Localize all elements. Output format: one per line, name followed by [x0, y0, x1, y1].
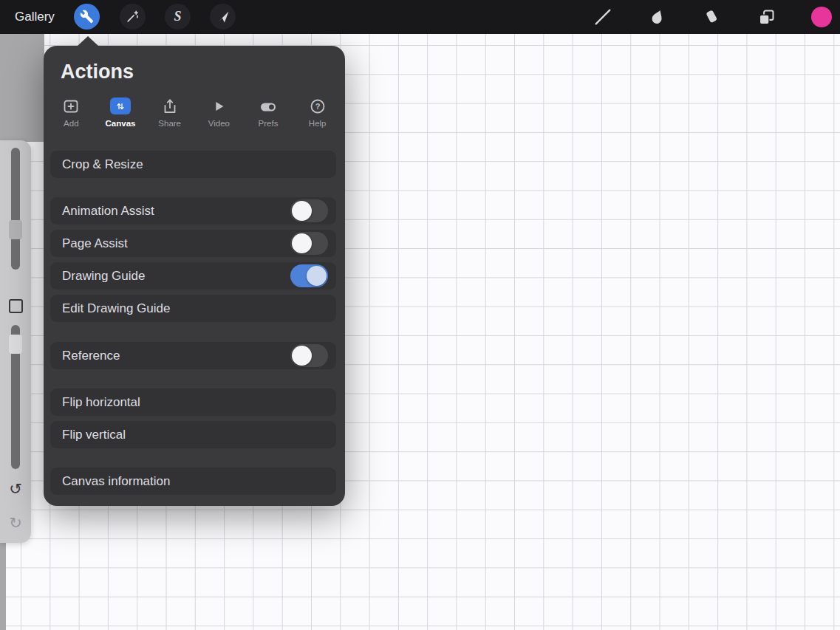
tab-label: Video [208, 119, 230, 128]
eraser-button[interactable] [700, 6, 723, 28]
panel-tabs: Add Canvas [47, 96, 342, 128]
selection-s-icon: S [174, 9, 181, 24]
canvas-outside-area [0, 34, 44, 142]
menu-item-drawing-guide: Drawing Guide [50, 262, 336, 290]
wrench-icon [80, 10, 94, 24]
menu-item-label: Flip vertical [62, 421, 126, 448]
reference-toggle[interactable] [290, 344, 328, 367]
opacity-handle[interactable] [9, 335, 22, 354]
menu-item-flip-horizontal[interactable]: Flip horizontal [50, 388, 336, 416]
toggle-knob [292, 233, 312, 253]
undo-icon[interactable]: ↺ [0, 480, 31, 498]
toggle-knob [292, 346, 312, 366]
panel-title: Actions [61, 61, 134, 83]
canvas-icon-bg [110, 97, 131, 114]
menu-item-reference: Reference [50, 342, 336, 369]
share-icon [161, 96, 179, 116]
top-toolbar: Gallery S [0, 0, 840, 34]
menu-item-page-assist: Page Assist [50, 230, 336, 257]
eraser-icon [702, 7, 721, 27]
smudge-finger-icon [648, 7, 667, 27]
tab-video[interactable]: Video [194, 96, 244, 128]
transform-arrow-icon [216, 10, 230, 24]
tab-help[interactable]: ? Help [293, 96, 342, 128]
drawing-guide-toggle[interactable] [290, 264, 328, 287]
tab-label: Add [64, 119, 78, 128]
modify-button[interactable] [9, 299, 23, 313]
paint-brush-button[interactable] [591, 6, 615, 28]
menu-item-label: Canvas information [62, 468, 170, 495]
svg-text:?: ? [315, 102, 320, 111]
procreate-app: ↺ ↻ Gallery S [0, 0, 840, 630]
add-icon [62, 96, 80, 116]
toggle-knob [292, 201, 312, 221]
tab-share[interactable]: Share [145, 96, 194, 128]
tab-canvas[interactable]: Canvas [96, 96, 146, 128]
menu-item-flip-vertical[interactable]: Flip vertical [50, 421, 336, 448]
play-icon [211, 96, 227, 116]
canvas-icon [110, 96, 131, 116]
tab-label: Prefs [259, 119, 279, 128]
menu-item-label: Page Assist [62, 230, 128, 257]
sidebar-tools: ↺ ↻ [0, 140, 31, 543]
tab-prefs[interactable]: Prefs [244, 96, 293, 128]
actions-panel: Actions Add [44, 46, 345, 506]
menu-item-label: Flip horizontal [62, 388, 140, 416]
menu-item-crop-resize[interactable]: Crop & Resize [50, 151, 336, 178]
brush-size-slider[interactable] [11, 148, 20, 270]
magic-wand-icon [126, 10, 140, 24]
menu-item-label: Drawing Guide [62, 262, 145, 290]
menu-item-animation-assist: Animation Assist [50, 197, 336, 225]
animation-assist-toggle[interactable] [290, 199, 328, 222]
menu-item-canvas-information[interactable]: Canvas information [50, 468, 336, 495]
menu-item-label: Reference [62, 342, 120, 369]
tab-label: Canvas [106, 119, 136, 128]
color-swatch-button[interactable] [811, 7, 832, 27]
panel-caret [78, 36, 98, 46]
tab-add[interactable]: Add [47, 96, 96, 128]
redo-icon[interactable]: ↻ [0, 514, 31, 532]
toggle-prefs-icon [259, 96, 278, 116]
selection-button[interactable]: S [165, 4, 191, 30]
transform-button[interactable] [210, 4, 236, 30]
page-assist-toggle[interactable] [290, 232, 328, 255]
layers-icon [757, 7, 776, 27]
smudge-button[interactable] [646, 6, 669, 28]
menu-item-edit-drawing-guide[interactable]: Edit Drawing Guide [50, 295, 336, 322]
toggle-knob [307, 266, 327, 286]
menu-item-label: Animation Assist [62, 197, 154, 225]
brush-size-handle[interactable] [9, 220, 22, 239]
adjustments-button[interactable] [120, 4, 146, 30]
layers-button[interactable] [754, 6, 778, 28]
tab-label: Share [158, 119, 181, 128]
menu-item-label: Crop & Resize [62, 151, 143, 178]
tab-label: Help [309, 119, 327, 128]
help-icon: ? [309, 96, 327, 116]
gallery-button[interactable]: Gallery [15, 0, 55, 34]
brush-icon [593, 7, 613, 27]
menu-item-label: Edit Drawing Guide [62, 295, 170, 322]
actions-button[interactable] [74, 4, 100, 30]
